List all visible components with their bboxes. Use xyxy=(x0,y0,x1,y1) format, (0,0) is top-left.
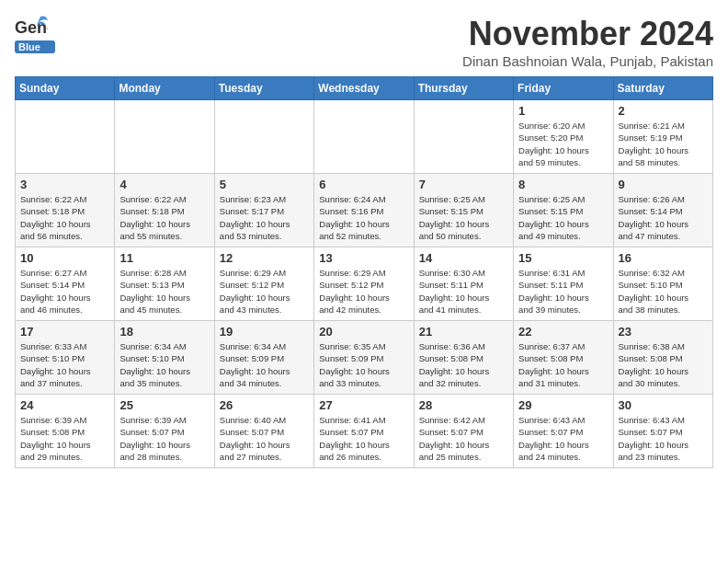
day-info: Sunrise: 6:32 AM Sunset: 5:10 PM Dayligh… xyxy=(619,267,708,316)
day-info: Sunrise: 6:21 AM Sunset: 5:19 PM Dayligh… xyxy=(619,120,708,168)
calendar-cell: 1Sunrise: 6:20 AM Sunset: 5:20 PM Daylig… xyxy=(514,100,613,174)
day-number: 30 xyxy=(619,398,708,412)
day-number: 1 xyxy=(518,104,608,118)
day-number: 17 xyxy=(20,325,109,339)
calendar-cell: 6Sunrise: 6:24 AM Sunset: 5:16 PM Daylig… xyxy=(314,174,414,247)
calendar-cell: 3Sunrise: 6:22 AM Sunset: 5:18 PM Daylig… xyxy=(16,174,115,247)
day-info: Sunrise: 6:29 AM Sunset: 5:12 PM Dayligh… xyxy=(319,267,408,316)
calendar-cell: 11Sunrise: 6:28 AM Sunset: 5:13 PM Dayli… xyxy=(115,247,214,321)
calendar-header-cell: Tuesday xyxy=(214,77,313,100)
day-number: 10 xyxy=(20,251,109,265)
day-info: Sunrise: 6:24 AM Sunset: 5:16 PM Dayligh… xyxy=(319,193,408,242)
calendar-cell: 8Sunrise: 6:25 AM Sunset: 5:15 PM Daylig… xyxy=(514,174,613,247)
day-number: 14 xyxy=(419,251,508,265)
calendar-cell: 7Sunrise: 6:25 AM Sunset: 5:15 PM Daylig… xyxy=(414,174,513,247)
calendar-cell: 27Sunrise: 6:41 AM Sunset: 5:07 PM Dayli… xyxy=(314,395,414,468)
day-info: Sunrise: 6:33 AM Sunset: 5:10 PM Dayligh… xyxy=(20,340,109,389)
day-number: 22 xyxy=(518,325,608,339)
calendar-header-cell: Sunday xyxy=(16,77,115,100)
day-number: 24 xyxy=(20,398,109,412)
svg-text:General: General xyxy=(15,18,48,37)
day-info: Sunrise: 6:23 AM Sunset: 5:17 PM Dayligh… xyxy=(220,193,309,242)
day-info: Sunrise: 6:20 AM Sunset: 5:20 PM Dayligh… xyxy=(518,120,608,168)
day-info: Sunrise: 6:43 AM Sunset: 5:07 PM Dayligh… xyxy=(518,414,608,463)
calendar-cell: 5Sunrise: 6:23 AM Sunset: 5:17 PM Daylig… xyxy=(214,174,313,247)
day-info: Sunrise: 6:37 AM Sunset: 5:08 PM Dayligh… xyxy=(518,340,608,389)
calendar-header-cell: Friday xyxy=(514,77,613,100)
calendar-cell: 12Sunrise: 6:29 AM Sunset: 5:12 PM Dayli… xyxy=(214,247,313,321)
calendar-cell: 14Sunrise: 6:30 AM Sunset: 5:11 PM Dayli… xyxy=(414,247,513,321)
day-number: 8 xyxy=(518,178,608,191)
calendar-cell: 16Sunrise: 6:32 AM Sunset: 5:10 PM Dayli… xyxy=(613,247,712,321)
calendar-cell: 19Sunrise: 6:34 AM Sunset: 5:09 PM Dayli… xyxy=(214,321,313,395)
calendar-week-row: 1Sunrise: 6:20 AM Sunset: 5:20 PM Daylig… xyxy=(16,100,713,174)
calendar-cell: 13Sunrise: 6:29 AM Sunset: 5:12 PM Dayli… xyxy=(314,247,414,321)
calendar-cell: 9Sunrise: 6:26 AM Sunset: 5:14 PM Daylig… xyxy=(613,174,712,247)
logo-text-blue: Blue xyxy=(15,39,55,55)
day-number: 3 xyxy=(20,178,109,191)
day-number: 29 xyxy=(518,398,608,412)
day-number: 26 xyxy=(220,398,309,412)
day-number: 13 xyxy=(319,251,408,265)
day-info: Sunrise: 6:42 AM Sunset: 5:07 PM Dayligh… xyxy=(419,414,508,463)
calendar-week-row: 17Sunrise: 6:33 AM Sunset: 5:10 PM Dayli… xyxy=(16,321,713,395)
day-info: Sunrise: 6:38 AM Sunset: 5:08 PM Dayligh… xyxy=(619,340,708,389)
day-info: Sunrise: 6:43 AM Sunset: 5:07 PM Dayligh… xyxy=(619,414,708,463)
day-number: 9 xyxy=(619,178,708,191)
day-info: Sunrise: 6:36 AM Sunset: 5:08 PM Dayligh… xyxy=(419,340,508,389)
day-info: Sunrise: 6:35 AM Sunset: 5:09 PM Dayligh… xyxy=(319,340,408,389)
calendar-header-cell: Thursday xyxy=(414,77,513,100)
calendar-cell: 25Sunrise: 6:39 AM Sunset: 5:07 PM Dayli… xyxy=(115,395,214,468)
day-number: 16 xyxy=(619,251,708,265)
calendar-cell: 17Sunrise: 6:33 AM Sunset: 5:10 PM Dayli… xyxy=(16,321,115,395)
calendar-table: SundayMondayTuesdayWednesdayThursdayFrid… xyxy=(15,76,713,468)
day-number: 21 xyxy=(419,325,508,339)
calendar-cell: 15Sunrise: 6:31 AM Sunset: 5:11 PM Dayli… xyxy=(514,247,613,321)
day-number: 19 xyxy=(220,325,309,339)
day-number: 28 xyxy=(419,398,508,412)
day-number: 18 xyxy=(119,325,209,339)
day-info: Sunrise: 6:41 AM Sunset: 5:07 PM Dayligh… xyxy=(319,414,408,463)
day-number: 5 xyxy=(220,178,309,191)
day-info: Sunrise: 6:22 AM Sunset: 5:18 PM Dayligh… xyxy=(119,193,209,242)
calendar-cell: 24Sunrise: 6:39 AM Sunset: 5:08 PM Dayli… xyxy=(16,395,115,468)
day-info: Sunrise: 6:25 AM Sunset: 5:15 PM Dayligh… xyxy=(518,193,608,242)
day-number: 11 xyxy=(119,251,209,265)
calendar-cell: 26Sunrise: 6:40 AM Sunset: 5:07 PM Dayli… xyxy=(214,395,313,468)
calendar-header-cell: Saturday xyxy=(613,77,712,100)
logo: General Blue xyxy=(15,15,55,55)
calendar-cell xyxy=(414,100,513,174)
day-number: 4 xyxy=(119,178,209,191)
day-number: 6 xyxy=(319,178,408,191)
day-number: 25 xyxy=(119,398,209,412)
calendar-header-row: SundayMondayTuesdayWednesdayThursdayFrid… xyxy=(16,77,713,100)
calendar-header-cell: Monday xyxy=(115,77,214,100)
month-title: November 2024 xyxy=(462,15,713,53)
calendar-cell: 4Sunrise: 6:22 AM Sunset: 5:18 PM Daylig… xyxy=(115,174,214,247)
calendar-cell: 29Sunrise: 6:43 AM Sunset: 5:07 PM Dayli… xyxy=(514,395,613,468)
day-number: 23 xyxy=(619,325,708,339)
day-info: Sunrise: 6:27 AM Sunset: 5:14 PM Dayligh… xyxy=(20,267,109,316)
page-header: General Blue November 2024 Dinan Bashnoi… xyxy=(15,15,713,69)
calendar-week-row: 24Sunrise: 6:39 AM Sunset: 5:08 PM Dayli… xyxy=(16,395,713,468)
calendar-cell: 20Sunrise: 6:35 AM Sunset: 5:09 PM Dayli… xyxy=(314,321,414,395)
day-number: 20 xyxy=(319,325,408,339)
day-info: Sunrise: 6:22 AM Sunset: 5:18 PM Dayligh… xyxy=(20,193,109,242)
day-info: Sunrise: 6:30 AM Sunset: 5:11 PM Dayligh… xyxy=(419,267,508,316)
calendar-cell xyxy=(214,100,313,174)
day-info: Sunrise: 6:34 AM Sunset: 5:09 PM Dayligh… xyxy=(220,340,309,389)
calendar-week-row: 3Sunrise: 6:22 AM Sunset: 5:18 PM Daylig… xyxy=(16,174,713,247)
calendar-cell: 18Sunrise: 6:34 AM Sunset: 5:10 PM Dayli… xyxy=(115,321,214,395)
location-subtitle: Dinan Bashnoian Wala, Punjab, Pakistan xyxy=(462,53,713,69)
calendar-cell: 22Sunrise: 6:37 AM Sunset: 5:08 PM Dayli… xyxy=(514,321,613,395)
day-info: Sunrise: 6:31 AM Sunset: 5:11 PM Dayligh… xyxy=(518,267,608,316)
day-number: 27 xyxy=(319,398,408,412)
day-info: Sunrise: 6:39 AM Sunset: 5:08 PM Dayligh… xyxy=(20,414,109,463)
day-info: Sunrise: 6:29 AM Sunset: 5:12 PM Dayligh… xyxy=(220,267,309,316)
day-info: Sunrise: 6:39 AM Sunset: 5:07 PM Dayligh… xyxy=(119,414,209,463)
calendar-cell: 10Sunrise: 6:27 AM Sunset: 5:14 PM Dayli… xyxy=(16,247,115,321)
day-number: 7 xyxy=(419,178,508,191)
calendar-cell xyxy=(16,100,115,174)
day-info: Sunrise: 6:28 AM Sunset: 5:13 PM Dayligh… xyxy=(119,267,209,316)
day-info: Sunrise: 6:34 AM Sunset: 5:10 PM Dayligh… xyxy=(119,340,209,389)
